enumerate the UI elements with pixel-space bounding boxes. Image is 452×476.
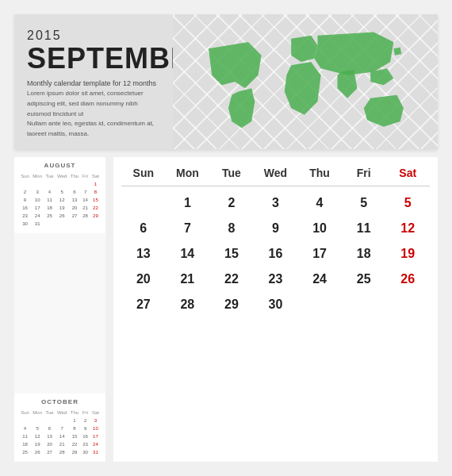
table-row: 3031 [20, 221, 100, 227]
cal-cell-15: 15 [209, 242, 254, 266]
subtitle-line1: Lorem ipsum dolor sit amet, consectetuer… [27, 89, 160, 119]
table-row: 6 7 8 9 10 11 12 [121, 217, 430, 240]
table-row: 16171819202122 [20, 205, 100, 211]
header-fri: Fri [342, 163, 386, 182]
table-row: 9101112131415 [20, 197, 100, 203]
cal-cell-empty4 [385, 293, 430, 317]
calendar-page: 2015 SEPTEMBER Monthly calendar template… [0, 0, 452, 476]
cal-cell-empty2 [297, 293, 342, 317]
october-title: OCTOBER [18, 398, 102, 405]
cal-cell-20: 20 [121, 267, 166, 291]
table-row: 25262728293031 [20, 449, 100, 455]
cal-cell-18: 18 [342, 242, 386, 266]
cal-cell-27: 27 [121, 293, 166, 317]
world-map-icon [173, 22, 438, 141]
table-row: 27 28 29 30 [121, 293, 430, 317]
subtitle-main: Monthly calendar template for 12 months [27, 78, 160, 89]
aug-h-wed: Wed [56, 173, 68, 179]
header-wed: Wed [254, 163, 298, 182]
aug-h-sun: Sun [20, 173, 30, 179]
cal-cell-2: 2 [209, 191, 254, 215]
header-tue: Tue [209, 163, 254, 182]
august-grid: Sun Mon Tue Wed Thu Fri Sat 1 2345678 91… [18, 171, 102, 228]
cal-cell-22: 22 [209, 267, 254, 291]
october-small-calendar: OCTOBER Sun Mon Tue Wed Thu Fri Sat 123 … [14, 393, 105, 462]
cal-cell-5: 5 [342, 191, 386, 215]
cal-cell-7: 7 [166, 217, 210, 240]
cal-cell-1: 1 [166, 191, 210, 215]
header-month: SEPTEMBER [27, 43, 160, 75]
cal-cell-21: 21 [166, 267, 210, 291]
cal-cell-9: 9 [254, 217, 298, 240]
cal-cell-25: 25 [342, 267, 386, 291]
aug-h-thu: Thu [70, 173, 80, 179]
table-row: 1 2 3 4 5 5 [121, 191, 430, 215]
table-row: 2345678 [20, 189, 100, 195]
cal-cell-10: 10 [297, 217, 342, 240]
header-sat: Sat [385, 163, 430, 182]
header-mon: Mon [166, 163, 210, 182]
cal-cell-23: 23 [254, 267, 298, 291]
main-cal-header: Sun Mon Tue Wed Thu Fri Sat [121, 163, 430, 186]
cal-cell-26: 26 [385, 267, 430, 291]
cal-cell-17: 17 [297, 242, 342, 266]
spacer-block [14, 233, 105, 393]
table-row: 123 [20, 417, 100, 424]
cal-cell-11: 11 [342, 217, 386, 240]
table-row: 23242526272829 [20, 213, 100, 219]
small-calendars-column: AUGUST Sun Mon Tue Wed Thu Fri Sat 1 234… [14, 157, 105, 462]
header-right [173, 14, 438, 149]
aug-h-fri: Fri [81, 173, 90, 179]
table-row: 45678910 [20, 425, 100, 432]
table-row: 1 [20, 181, 100, 187]
table-row: 20 21 22 23 24 25 26 [121, 267, 430, 291]
table-row: 13 14 15 16 17 18 19 [121, 242, 430, 266]
cal-cell-empty3 [342, 293, 386, 317]
august-header-row: Sun Mon Tue Wed Thu Fri Sat [20, 173, 100, 179]
cal-cell-12: 12 [385, 217, 430, 240]
main-september-calendar: Sun Mon Tue Wed Thu Fri Sat 1 2 3 4 5 5 [113, 157, 438, 462]
header-year: 2015 [27, 29, 160, 43]
august-small-calendar: AUGUST Sun Mon Tue Wed Thu Fri Sat 1 234… [14, 157, 105, 233]
header-left: 2015 SEPTEMBER Monthly calendar template… [14, 14, 173, 149]
main-cal-body: 1 2 3 4 5 5 6 7 8 9 10 11 12 [121, 191, 430, 317]
header-subtitle: Monthly calendar template for 12 months … [27, 78, 160, 140]
cal-cell-16: 16 [254, 242, 298, 266]
cal-cell-6: 5 [385, 191, 430, 215]
october-header-row: Sun Mon Tue Wed Thu Fri Sat [20, 409, 100, 416]
table-row: 18192021222324 [20, 441, 100, 447]
cal-cell-28: 28 [166, 293, 210, 317]
header-banner: 2015 SEPTEMBER Monthly calendar template… [14, 14, 438, 149]
aug-h-sat: Sat [91, 173, 100, 179]
main-content: AUGUST Sun Mon Tue Wed Thu Fri Sat 1 234… [14, 157, 438, 462]
world-map-container [173, 14, 438, 149]
subtitle-line2: Nullam ante leo, egestas id, condimentum… [27, 119, 160, 140]
cal-cell-19: 19 [385, 242, 430, 266]
october-grid: Sun Mon Tue Wed Thu Fri Sat 123 45678910… [18, 408, 102, 457]
header-thu: Thu [297, 163, 342, 182]
aug-h-tue: Tue [44, 173, 54, 179]
cal-cell-29: 29 [209, 293, 254, 317]
cal-cell-6s: 6 [121, 217, 166, 240]
header-sun: Sun [121, 163, 166, 182]
cal-cell-4: 4 [297, 191, 342, 215]
august-title: AUGUST [18, 162, 102, 169]
cal-cell-8: 8 [209, 217, 254, 240]
cal-cell-30: 30 [254, 293, 298, 317]
aug-h-mon: Mon [32, 173, 43, 179]
cal-cell-3: 3 [254, 191, 298, 215]
table-row: 11121314151617 [20, 433, 100, 440]
cal-cell-14: 14 [166, 242, 210, 266]
cal-cell-24: 24 [297, 267, 342, 291]
cal-cell-13: 13 [121, 242, 166, 266]
